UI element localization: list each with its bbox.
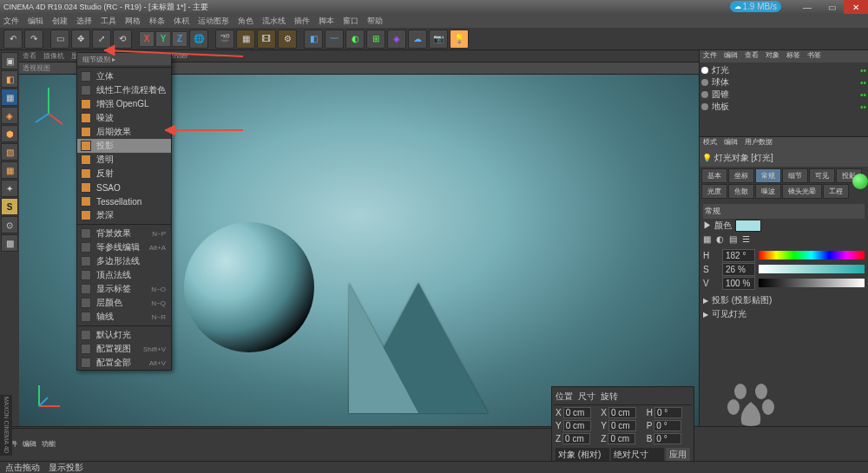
dropdown-item[interactable]: 投影 (77, 139, 171, 153)
object-row[interactable]: 灯光•• (701, 64, 866, 76)
panel-tab[interactable]: 文件 (703, 50, 717, 62)
point-mode-button[interactable]: ⬢ (1, 125, 18, 142)
color-label[interactable]: ▶ 颜色 (703, 220, 732, 232)
make-editable-button[interactable]: ▣ (1, 52, 18, 69)
environment-button[interactable]: ☁ (408, 30, 427, 49)
dropdown-item[interactable]: 等参线编辑Alt+A (77, 240, 171, 254)
coord-field[interactable]: X0 cm (601, 407, 644, 418)
camera-button[interactable]: 📷 (429, 30, 448, 49)
object-row[interactable]: 球体•• (701, 76, 866, 89)
menu-item[interactable]: 编辑 (28, 16, 43, 27)
coord-mode-select[interactable]: 对象 (相对) (556, 448, 609, 462)
val-slider[interactable] (759, 279, 865, 287)
workplane-button[interactable]: ◈ (1, 107, 18, 124)
model-mode-button[interactable]: ◧ (1, 70, 18, 88)
dropdown-item[interactable]: 景深 (77, 208, 171, 222)
menu-item[interactable]: 窗口 (343, 16, 358, 27)
maximize-button[interactable]: ▭ (819, 0, 844, 14)
coord-field[interactable]: P0 ° (647, 420, 690, 431)
coord-apply-button[interactable]: 应用 (666, 448, 690, 462)
coord-field[interactable]: Z0 cm (601, 433, 644, 444)
attr-tab[interactable]: 光度 (701, 184, 727, 199)
viewport-menu-item[interactable]: 摄像机 (43, 51, 64, 61)
dropdown-item[interactable]: SSAO (77, 181, 171, 194)
coord-field[interactable]: Y0 cm (556, 420, 599, 431)
material-menu-item[interactable]: 编辑 (23, 439, 36, 449)
dropdown-item[interactable]: 反射 (77, 167, 171, 181)
dropdown-item[interactable]: 顶点法线 (77, 268, 171, 282)
menu-item[interactable]: 运动图形 (198, 16, 229, 27)
panel-tab[interactable]: 模式 (703, 137, 717, 149)
menu-item[interactable]: 流水线 (262, 16, 286, 27)
panel-tab[interactable]: 标签 (786, 50, 800, 62)
minimize-button[interactable]: — (795, 0, 819, 14)
attr-tab[interactable]: 工程 (823, 184, 849, 199)
dropdown-item[interactable]: 默认灯光 (77, 328, 171, 342)
color-mode-icon[interactable]: ▦ (703, 234, 715, 246)
polygon-mode-button[interactable]: ▦ (1, 161, 18, 179)
attr-shadow-row[interactable]: ▶ 投影 (投影贴图) (703, 293, 865, 307)
render-settings-button[interactable]: ⚙ (278, 30, 297, 49)
viewport-menu-item[interactable]: 查看 (23, 51, 36, 61)
coord-field[interactable]: X0 cm (556, 407, 599, 418)
attr-tab[interactable]: 细节 (782, 168, 808, 183)
coord-tab[interactable]: 位置 (556, 391, 573, 403)
menu-item[interactable]: 体积 (174, 16, 189, 27)
dropdown-item[interactable]: 背景效果N~P (77, 227, 171, 240)
color-mode-icon[interactable]: ☰ (742, 234, 754, 246)
menu-item[interactable]: 创建 (52, 16, 68, 27)
attr-tab[interactable]: 镜头光晕 (782, 184, 822, 199)
redo-button[interactable]: ↷ (24, 30, 43, 49)
dropdown-item[interactable]: Tessellation (77, 194, 171, 208)
coord-field[interactable]: Z0 cm (556, 433, 599, 444)
attr-tab[interactable]: 基本 (701, 168, 727, 183)
live-select-button[interactable]: ▭ (50, 30, 69, 49)
coord-field[interactable]: B0 ° (647, 433, 690, 444)
dropdown-item[interactable]: 轴线N~R (77, 310, 171, 324)
val-value[interactable]: 100 % (722, 277, 755, 290)
object-row[interactable]: 地板•• (701, 101, 866, 113)
menu-item[interactable]: 样条 (149, 16, 165, 27)
panel-tab[interactable]: 编辑 (724, 137, 738, 149)
workplane-snap-button[interactable]: ▩ (1, 234, 18, 252)
panel-tab[interactable]: 用户数据 (745, 137, 773, 149)
attr-visible-light-row[interactable]: ▶ 可见灯光 (703, 307, 865, 321)
dropdown-item[interactable]: 多边形法线 (77, 254, 171, 268)
menu-item[interactable]: 文件 (3, 16, 19, 27)
panel-tab[interactable]: 书签 (807, 50, 821, 62)
attr-tab[interactable]: 噪波 (755, 184, 781, 199)
color-mode-icon[interactable]: ◐ (716, 234, 728, 246)
menu-item[interactable]: 角色 (238, 16, 253, 27)
hue-slider[interactable] (759, 251, 865, 259)
dropdown-item[interactable]: 配置视图Shift+V (77, 342, 171, 356)
menu-item[interactable]: 工具 (101, 16, 116, 27)
sat-slider[interactable] (759, 265, 865, 273)
attr-tab[interactable]: 焦散 (728, 184, 754, 199)
generator-button[interactable]: ◐ (345, 30, 365, 49)
sat-value[interactable]: 26 % (722, 263, 755, 276)
coord-tab[interactable]: 旋转 (601, 391, 618, 403)
texture-mode-button[interactable]: ▦ (1, 89, 18, 106)
panel-tab[interactable]: 对象 (766, 50, 779, 62)
render-pv-button[interactable]: 🎞 (257, 30, 276, 49)
attr-tab[interactable]: 常规 (755, 168, 781, 183)
object-row[interactable]: 圆锥•• (701, 89, 866, 101)
menu-item[interactable]: 帮助 (367, 16, 383, 27)
panel-tab[interactable]: 编辑 (724, 50, 738, 62)
viewport-solo-button[interactable]: S (1, 198, 18, 215)
color-mode-icon[interactable]: ▤ (729, 234, 741, 246)
edge-mode-button[interactable]: ▨ (1, 143, 18, 161)
menu-item[interactable]: 脚本 (319, 16, 334, 27)
spline-button[interactable]: 〰 (325, 30, 344, 49)
coord-field[interactable]: Y0 cm (601, 420, 644, 431)
dropdown-item[interactable]: 显示标签N~O (77, 282, 171, 296)
attr-tab[interactable]: 坐标 (728, 168, 754, 183)
hue-value[interactable]: 182 ° (722, 249, 755, 262)
coord-tab[interactable]: 尺寸 (578, 391, 595, 403)
close-button[interactable]: ✕ (844, 0, 868, 14)
light-button[interactable]: 💡 (450, 30, 469, 49)
panel-tab[interactable]: 查看 (745, 50, 759, 62)
menu-item[interactable]: 选择 (76, 16, 92, 27)
dropdown-item[interactable]: 透明 (77, 153, 171, 167)
cube-primitive-button[interactable]: ◧ (304, 30, 323, 49)
